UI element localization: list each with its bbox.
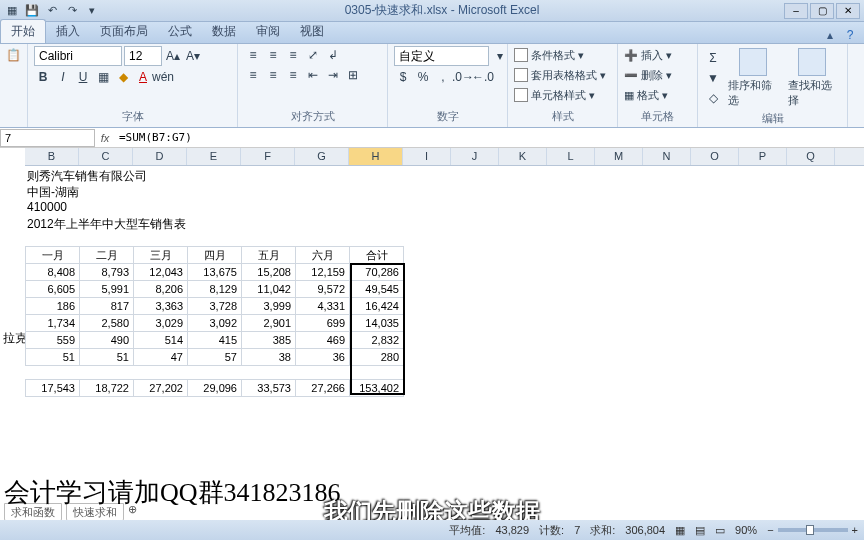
formula-input[interactable] <box>115 129 864 147</box>
col-header[interactable]: D <box>133 148 187 165</box>
numfmt-dropdown-icon[interactable]: ▾ <box>491 47 509 65</box>
orientation-icon[interactable]: ⤢ <box>304 46 322 64</box>
align-center-icon[interactable]: ≡ <box>264 66 282 84</box>
data-cell[interactable]: 2,580 <box>80 315 134 332</box>
total-cell[interactable]: 27,266 <box>296 380 350 397</box>
data-cell[interactable]: 186 <box>26 298 80 315</box>
indent-dec-icon[interactable]: ⇤ <box>304 66 322 84</box>
data-cell[interactable]: 2,901 <box>242 315 296 332</box>
font-size-input[interactable] <box>124 46 162 66</box>
data-cell[interactable]: 9,572 <box>296 281 350 298</box>
data-cell[interactable]: 490 <box>80 332 134 349</box>
save-icon[interactable]: 💾 <box>24 3 40 19</box>
undo-icon[interactable]: ↶ <box>44 3 60 19</box>
currency-icon[interactable]: $ <box>394 68 412 86</box>
comma-icon[interactable]: , <box>434 68 452 86</box>
col-header[interactable]: F <box>241 148 295 165</box>
tab-home[interactable]: 开始 <box>0 19 46 43</box>
phonetic-icon[interactable]: wén <box>154 68 172 86</box>
data-cell[interactable]: 3,999 <box>242 298 296 315</box>
paste-icon[interactable]: 📋 <box>6 46 21 64</box>
data-cell[interactable]: 8,129 <box>188 281 242 298</box>
align-right-icon[interactable]: ≡ <box>284 66 302 84</box>
col-header[interactable]: I <box>403 148 451 165</box>
data-cell[interactable]: 415 <box>188 332 242 349</box>
col-header[interactable]: J <box>451 148 499 165</box>
total-cell[interactable]: 33,573 <box>242 380 296 397</box>
col-header[interactable]: G <box>295 148 349 165</box>
month-header[interactable]: 六月 <box>296 247 350 264</box>
col-header[interactable]: P <box>739 148 787 165</box>
align-bottom-icon[interactable]: ≡ <box>284 46 302 64</box>
data-cell[interactable]: 3,092 <box>188 315 242 332</box>
data-cell[interactable]: 12,159 <box>296 264 350 281</box>
border-icon[interactable]: ▦ <box>94 68 112 86</box>
grow-font-icon[interactable]: A▴ <box>164 47 182 65</box>
view-normal-icon[interactable]: ▦ <box>675 524 685 537</box>
col-header[interactable]: N <box>643 148 691 165</box>
indent-inc-icon[interactable]: ⇥ <box>324 66 342 84</box>
data-cell[interactable]: 280 <box>350 349 404 366</box>
month-header[interactable]: 合计 <box>350 247 404 264</box>
sort-filter-button[interactable]: 排序和筛选 <box>724 46 782 110</box>
zoom-out-icon[interactable]: − <box>767 524 773 536</box>
data-cell[interactable]: 3,029 <box>134 315 188 332</box>
data-cell[interactable]: 514 <box>134 332 188 349</box>
data-cell[interactable]: 13,675 <box>188 264 242 281</box>
col-header[interactable]: E <box>187 148 241 165</box>
autosum-icon[interactable]: Σ <box>704 49 722 67</box>
tab-formulas[interactable]: 公式 <box>158 20 202 43</box>
cell-text[interactable]: 拉克 <box>3 330 27 347</box>
col-header[interactable]: H <box>349 148 403 165</box>
total-cell[interactable]: 18,722 <box>80 380 134 397</box>
underline-button[interactable]: U <box>74 68 92 86</box>
clear-icon[interactable]: ◇ <box>704 89 722 107</box>
merge-icon[interactable]: ⊞ <box>344 66 362 84</box>
wrap-text-icon[interactable]: ↲ <box>324 46 342 64</box>
cell-text[interactable]: 410000 <box>27 200 67 214</box>
data-cell[interactable]: 8,206 <box>134 281 188 298</box>
col-header[interactable]: B <box>25 148 79 165</box>
data-cell[interactable]: 16,424 <box>350 298 404 315</box>
percent-icon[interactable]: % <box>414 68 432 86</box>
cell-text[interactable]: 2012年上半年中大型车销售表 <box>27 216 186 233</box>
decrease-decimal-icon[interactable]: ←.0 <box>474 68 492 86</box>
minimize-button[interactable]: – <box>784 3 808 19</box>
data-cell[interactable]: 5,991 <box>80 281 134 298</box>
worksheet-grid[interactable]: B C D E F G H I J K L M N O P Q 则秀汽车销售有限… <box>0 148 864 488</box>
bold-button[interactable]: B <box>34 68 52 86</box>
col-header[interactable]: O <box>691 148 739 165</box>
minimize-ribbon-icon[interactable]: ▴ <box>822 27 838 43</box>
cell-style-button[interactable]: 单元格样式▾ <box>514 86 595 104</box>
data-cell[interactable]: 57 <box>188 349 242 366</box>
data-cell[interactable]: 699 <box>296 315 350 332</box>
data-cell[interactable]: 14,035 <box>350 315 404 332</box>
zoom-in-icon[interactable]: + <box>852 524 858 536</box>
tab-review[interactable]: 审阅 <box>246 20 290 43</box>
fx-icon[interactable]: fx <box>95 132 115 144</box>
align-middle-icon[interactable]: ≡ <box>264 46 282 64</box>
col-header[interactable]: M <box>595 148 643 165</box>
data-cell[interactable]: 8,408 <box>26 264 80 281</box>
name-box[interactable] <box>0 129 95 147</box>
fill-color-icon[interactable]: ◆ <box>114 68 132 86</box>
redo-icon[interactable]: ↷ <box>64 3 80 19</box>
excel-icon[interactable]: ▦ <box>4 3 20 19</box>
maximize-button[interactable]: ▢ <box>810 3 834 19</box>
font-name-input[interactable] <box>34 46 122 66</box>
data-cell[interactable]: 51 <box>80 349 134 366</box>
data-cell[interactable]: 385 <box>242 332 296 349</box>
tab-insert[interactable]: 插入 <box>46 20 90 43</box>
data-cell[interactable]: 8,793 <box>80 264 134 281</box>
number-format-select[interactable] <box>394 46 489 66</box>
data-cell[interactable]: 469 <box>296 332 350 349</box>
data-cell[interactable]: 3,363 <box>134 298 188 315</box>
data-cell[interactable]: 49,545 <box>350 281 404 298</box>
col-header[interactable]: Q <box>787 148 835 165</box>
view-break-icon[interactable]: ▭ <box>715 524 725 537</box>
data-cell[interactable]: 2,832 <box>350 332 404 349</box>
data-table[interactable]: 一月 二月 三月 四月 五月 六月 合计 8,4088,79312,04313,… <box>25 246 404 397</box>
tab-view[interactable]: 视图 <box>290 20 334 43</box>
total-cell[interactable]: 27,202 <box>134 380 188 397</box>
data-cell[interactable]: 36 <box>296 349 350 366</box>
